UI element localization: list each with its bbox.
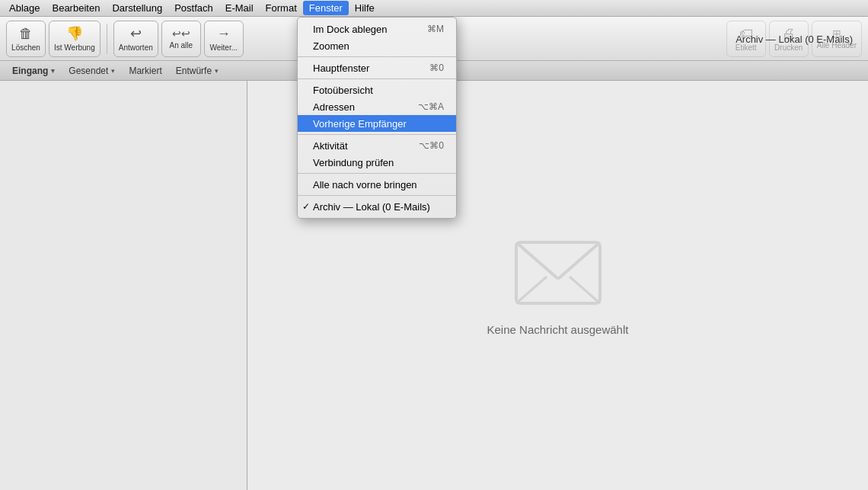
toolbar-loeschen-label: Löschen bbox=[11, 43, 40, 52]
svg-line-1 bbox=[516, 242, 558, 279]
svg-line-4 bbox=[570, 277, 600, 303]
menubar-bearbeiten[interactable]: Bearbeiten bbox=[46, 1, 106, 15]
menu-im-dock-ablegen-label: Im Dock ablegen bbox=[313, 24, 388, 35]
menu-adressen-label: Adressen bbox=[313, 101, 355, 113]
toolbar-loeschen[interactable]: 🗑 Löschen bbox=[6, 21, 46, 57]
menu-hauptfenster[interactable]: Hauptfenster ⌘0 bbox=[298, 59, 456, 76]
chevron-down-icon-3: ▾ bbox=[215, 67, 219, 75]
reply-all-icon: ↩↩ bbox=[172, 27, 190, 40]
menu-im-dock-ablegen[interactable]: Im Dock ablegen ⌘M bbox=[298, 21, 456, 37]
menu-vorherige-empfaenger-label: Vorherige Empfänger bbox=[313, 118, 407, 130]
thumbsdown-icon: 👎 bbox=[66, 25, 83, 42]
menubar-hilfe[interactable]: Hilfe bbox=[349, 1, 381, 15]
menu-aktivitaet-shortcut: ⌥⌘0 bbox=[419, 140, 444, 151]
tab-entwuerfe[interactable]: Entwürfe ▾ bbox=[170, 64, 225, 78]
window-title: Archiv — Lokal (0 E-Mails) bbox=[736, 17, 853, 61]
forward-icon: → bbox=[217, 26, 231, 42]
menu-sep-4 bbox=[298, 173, 456, 174]
menubar-postfach[interactable]: Postfach bbox=[168, 1, 219, 15]
menu-sep-1 bbox=[298, 56, 456, 57]
menu-aktivitaet-label: Aktivität bbox=[313, 140, 348, 152]
chevron-down-icon-2: ▾ bbox=[111, 67, 115, 75]
menu-hauptfenster-label: Hauptfenster bbox=[313, 62, 369, 74]
menu-sep-2 bbox=[298, 78, 456, 79]
tab-entwuerfe-label: Entwürfe bbox=[176, 66, 212, 76]
menu-im-dock-ablegen-shortcut: ⌘M bbox=[427, 24, 444, 34]
trash-icon: 🗑 bbox=[19, 26, 33, 42]
tab-eingang[interactable]: Eingang ▾ bbox=[6, 64, 61, 78]
tab-markiert[interactable]: Markiert bbox=[123, 64, 168, 78]
menu-verbindung-pruefen-label: Verbindung prüfen bbox=[313, 157, 394, 168]
toolbar-weiterleiten-label: Weiter... bbox=[210, 43, 238, 52]
menubar-format[interactable]: Format bbox=[260, 1, 303, 15]
menu-alle-nach-vorne-bringen[interactable]: Alle nach vorne bringen bbox=[298, 176, 456, 193]
toolbar-ist-werbung[interactable]: 👎 Ist Werbung bbox=[49, 21, 101, 57]
menu-sep-3 bbox=[298, 134, 456, 135]
toolbar-sep-1 bbox=[107, 24, 107, 54]
menu-fotouebersicht-label: Fotoübersicht bbox=[313, 85, 373, 96]
fenster-dropdown-menu[interactable]: Im Dock ablegen ⌘M Zoomen Hauptfenster ⌘… bbox=[297, 17, 457, 219]
menu-zoomen-label: Zoomen bbox=[313, 40, 349, 52]
reply-icon: ↩ bbox=[130, 25, 142, 42]
menu-alle-nach-vorne-bringen-label: Alle nach vorne bringen bbox=[313, 179, 417, 191]
empty-envelope-icon bbox=[512, 235, 604, 311]
menu-adressen[interactable]: Adressen ⌥⌘A bbox=[298, 98, 456, 115]
sidebar bbox=[0, 81, 247, 490]
toolbar-antworten-label: Antworten bbox=[119, 43, 153, 52]
menubar-fenster[interactable]: Fenster bbox=[303, 1, 349, 15]
tab-gesendet[interactable]: Gesendet ▾ bbox=[62, 64, 121, 78]
empty-state-text: Keine Nachricht ausgewählt bbox=[487, 323, 629, 336]
menu-verbindung-pruefen[interactable]: Verbindung prüfen bbox=[298, 154, 456, 171]
toolbar-ist-werbung-label: Ist Werbung bbox=[54, 43, 95, 52]
svg-line-2 bbox=[558, 242, 600, 279]
tab-eingang-label: Eingang bbox=[12, 66, 48, 76]
toolbar-an-alle[interactable]: ↩↩ An alle bbox=[161, 21, 201, 57]
menu-archiv-lokal-label: Archiv — Lokal (0 E-Mails) bbox=[313, 201, 430, 213]
tab-markiert-label: Markiert bbox=[129, 66, 161, 76]
svg-line-3 bbox=[516, 277, 547, 303]
menu-archiv-lokal[interactable]: ✓ Archiv — Lokal (0 E-Mails) bbox=[298, 198, 456, 215]
menu-vorherige-empfaenger[interactable]: Vorherige Empfänger bbox=[298, 115, 456, 132]
menubar: Ablage Bearbeiten Darstellung Postfach E… bbox=[0, 0, 868, 17]
toolbar-weiterleiten[interactable]: → Weiter... bbox=[204, 21, 244, 57]
menubar-ablage[interactable]: Ablage bbox=[3, 1, 46, 15]
menu-sep-5 bbox=[298, 195, 456, 196]
menu-zoomen[interactable]: Zoomen bbox=[298, 37, 456, 54]
menu-adressen-shortcut: ⌥⌘A bbox=[418, 101, 444, 112]
menu-hauptfenster-shortcut: ⌘0 bbox=[429, 62, 444, 73]
menubar-email[interactable]: E-Mail bbox=[219, 1, 260, 15]
menu-aktivitaet[interactable]: Aktivität ⌥⌘0 bbox=[298, 137, 456, 154]
toolbar-an-alle-label: An alle bbox=[169, 41, 193, 50]
menu-fotouebersicht[interactable]: Fotoübersicht bbox=[298, 82, 456, 98]
toolbar-antworten[interactable]: ↩ Antworten bbox=[113, 21, 158, 57]
checkmark-icon: ✓ bbox=[302, 201, 310, 212]
tab-gesendet-label: Gesendet bbox=[69, 66, 108, 76]
chevron-down-icon: ▾ bbox=[51, 67, 55, 75]
menubar-darstellung[interactable]: Darstellung bbox=[106, 1, 168, 15]
